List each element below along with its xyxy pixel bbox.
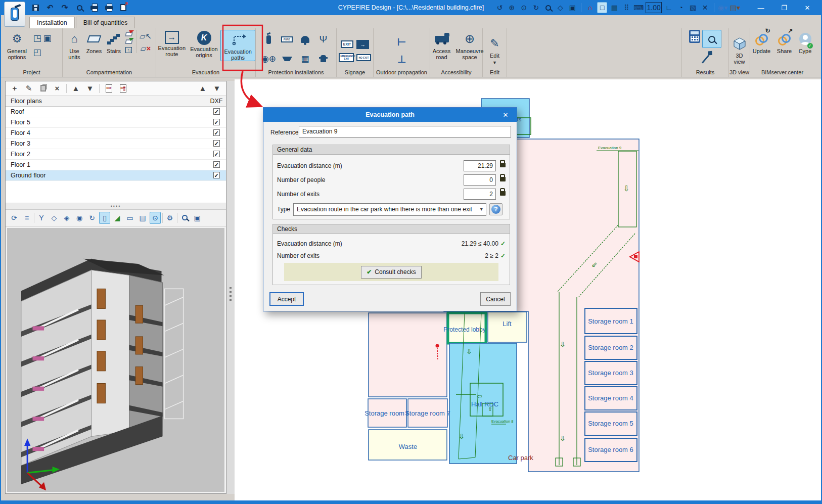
move-up-button[interactable]: ▲ — [71, 83, 81, 94]
calculate-button[interactable] — [689, 30, 700, 45]
tab-installation[interactable]: Installation — [29, 17, 75, 28]
consult-checks-button[interactable]: ✔ Consult checks — [361, 266, 421, 279]
zoom-tool-icon[interactable] — [179, 212, 190, 224]
swap-views-icon[interactable]: ▣ — [567, 2, 577, 13]
exit-sign-icon[interactable]: EXIT — [341, 40, 354, 48]
dxf-layers-button[interactable] — [118, 83, 128, 94]
floor-row-2[interactable]: Floor 2✓ — [6, 149, 226, 160]
orbit-icon[interactable]: ↻ — [86, 212, 98, 224]
grid-snap-icon[interactable]: ⠿ — [621, 2, 631, 13]
edit-floor-button[interactable]: ✎ — [24, 83, 34, 94]
dxf-import-button[interactable] — [104, 83, 114, 94]
chevron-down-icon[interactable]: ▼ — [492, 60, 497, 65]
update-button[interactable]: ↻ Update — [751, 30, 772, 54]
work-plane-icon[interactable]: ◢ — [112, 212, 123, 224]
dxf-checkbox[interactable]: ✓ — [213, 172, 220, 178]
sprinkler-icon[interactable]: Ψ — [319, 34, 328, 45]
tab-bill-of-quantities[interactable]: Bill of quantities — [76, 17, 135, 28]
3d-view-button[interactable]: 3D view — [732, 34, 747, 65]
snap-magnet-icon[interactable]: ∩ — [585, 2, 595, 13]
close-button[interactable]: ✕ — [796, 0, 819, 15]
help-book-icon[interactable]: ▤▾ — [730, 2, 740, 13]
evacuation-paths-button[interactable]: Evacuation paths — [220, 30, 255, 61]
evacuation-origins-button[interactable]: K Evacuation origins — [189, 30, 220, 58]
perpendicular-icon[interactable]: ∟ — [664, 2, 674, 13]
use-units-button[interactable]: ⌂ Use units — [65, 30, 84, 60]
zoom-extents-icon[interactable]: ⊕ — [507, 2, 517, 13]
floor-row-3[interactable]: Floor 3✓ — [6, 139, 226, 149]
zones-button[interactable]: Zones — [84, 30, 104, 54]
save-icon[interactable] — [30, 3, 40, 13]
delete-zone-icon[interactable]: ▱× — [141, 44, 151, 53]
horizontal-splitter[interactable]: •••• — [6, 203, 226, 210]
alarm-bell-icon[interactable] — [301, 36, 309, 43]
zoom-window-icon[interactable] — [543, 2, 553, 13]
3d-viewport[interactable] — [6, 226, 226, 493]
floor-row-1[interactable]: Floor 1✓ — [6, 160, 226, 170]
smoke-detector-icon[interactable] — [282, 57, 292, 61]
move-down-button[interactable]: ▼ — [85, 83, 95, 94]
language-globe-icon[interactable]: ◉▾ — [718, 2, 728, 13]
dxf-checkbox[interactable]: ✓ — [213, 151, 220, 157]
section-box-icon[interactable]: ▯ — [99, 212, 110, 224]
consult-results-button[interactable] — [702, 30, 721, 48]
print-icon[interactable] — [89, 3, 99, 13]
app-icon[interactable] — [4, 2, 25, 27]
orbit-3d-icon[interactable]: ⟳ — [9, 212, 20, 224]
assign-zone-icon[interactable]: ▱↖ — [140, 32, 152, 41]
job-data-button[interactable]: ◳ — [33, 32, 41, 44]
share-button[interactable]: ↗ Share — [775, 30, 794, 54]
ortho-mode-icon[interactable]: □ — [597, 2, 607, 13]
hose-reel-icon[interactable]: ◉⊕ — [261, 54, 276, 64]
no-exit-sign-icon[interactable]: NO EXIT — [356, 54, 371, 61]
reference-input[interactable]: Evacuation 9 — [299, 126, 511, 138]
sector-flag-green-icon[interactable] — [125, 39, 133, 44]
layers-manager-button[interactable]: ◰ — [33, 46, 41, 58]
floor-row-ground[interactable]: Ground floor✓ — [6, 170, 226, 181]
cancel-button[interactable]: Cancel — [480, 292, 511, 306]
floor-row-5[interactable]: Floor 5✓ — [6, 117, 226, 128]
lock-icon[interactable] — [500, 163, 506, 167]
fire-extinguisher-icon[interactable] — [266, 35, 271, 44]
undo-icon[interactable]: ↶ — [45, 3, 55, 13]
fire-alarm-sign-icon[interactable]: FIRE — [281, 36, 293, 42]
view-cube-icon[interactable]: ◇ — [49, 212, 60, 224]
print-preview-icon[interactable] — [104, 3, 114, 13]
auto-design-button[interactable] — [682, 54, 728, 64]
panel-up-button[interactable]: ▲ — [198, 83, 208, 94]
lock-icon[interactable] — [500, 191, 506, 196]
dialog-titlebar[interactable]: Evacuation path ✕ — [263, 108, 517, 122]
hydrant-icon[interactable] — [321, 55, 326, 62]
section-plane-icon[interactable]: ▭ — [124, 212, 135, 224]
layers-icon[interactable]: ≡ — [21, 212, 32, 224]
zoom-x2-icon[interactable]: ⊙ — [519, 2, 529, 13]
sector-flag-icon[interactable] — [125, 32, 133, 36]
copy-floor-button[interactable] — [38, 83, 48, 94]
type-select[interactable]: Evacuation route in the car park when th… — [293, 203, 486, 216]
edit-button[interactable]: ✎ Edit ▼ — [490, 34, 499, 65]
dxf-checkbox[interactable]: ✓ — [213, 161, 220, 168]
pink-room[interactable] — [369, 313, 447, 397]
add-floor-button[interactable]: + — [10, 83, 20, 94]
facade-propagation-icon[interactable]: ⊢ — [397, 36, 406, 48]
swap-window-icon[interactable]: ▣ — [192, 212, 203, 224]
visibility-eye-icon[interactable]: ⊙ — [150, 212, 161, 224]
accept-button[interactable]: Accept — [269, 292, 304, 306]
delete-floor-button[interactable]: × — [52, 83, 62, 94]
access-road-button[interactable]: Access road — [430, 30, 453, 60]
tools-icon[interactable]: ✕ — [700, 2, 710, 13]
render-3d-icon[interactable]: ⚙ — [164, 212, 175, 224]
export-icon[interactable] — [118, 3, 128, 13]
general-options-button[interactable]: ⚙ General options — [3, 30, 31, 60]
grid-icon[interactable]: ▦ — [609, 2, 619, 13]
rotate-view-icon[interactable]: ◈ — [61, 212, 72, 224]
floor-row-roof[interactable]: Roof✓ — [6, 107, 226, 117]
emergency-exit-sign-icon[interactable]: EMERGENCY EXIT — [339, 53, 354, 62]
zoom-previous-icon[interactable]: ↺ — [494, 2, 505, 13]
redraw-icon[interactable]: ↻ — [531, 2, 541, 13]
help-button[interactable]: ? — [489, 203, 503, 215]
evacuation-distance-input[interactable]: 21.29 — [464, 160, 496, 171]
lock-icon[interactable] — [500, 177, 506, 181]
zoom-icon[interactable] — [74, 3, 84, 13]
exit-arrow-sign-icon[interactable]: → — [356, 40, 369, 49]
